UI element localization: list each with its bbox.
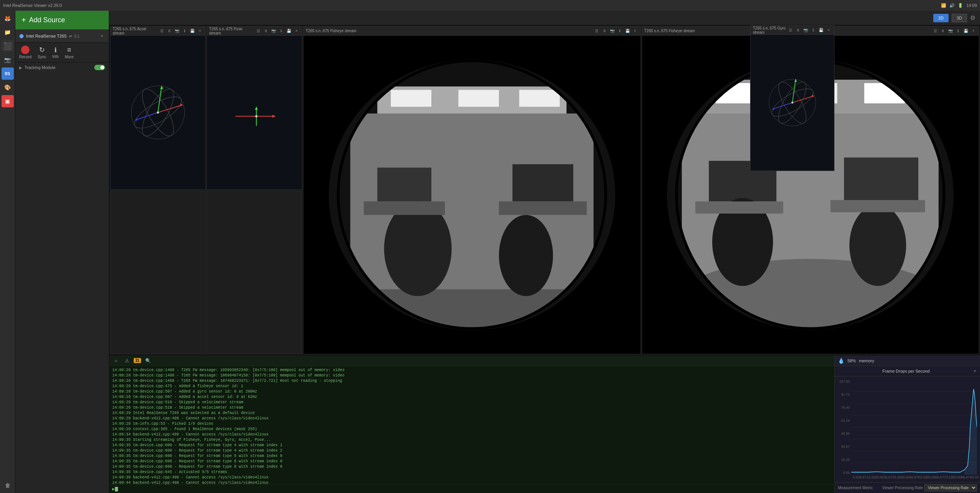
fisheye2-camera-btn[interactable]: 📷 [947, 28, 954, 34]
sync-button[interactable]: ↻ Sync [38, 46, 46, 59]
tracking-toggle[interactable] [94, 65, 105, 70]
gyro-list-btn[interactable]: ☰ [787, 27, 793, 33]
console-search-btn[interactable]: 🔍 [144, 357, 152, 365]
console-log[interactable]: 14:09:29 tm-device.cpp:1408 - T265 FW me… [109, 366, 834, 485]
taskbar-firefox[interactable]: 🦊 [2, 12, 14, 25]
pose-save-btn[interactable]: 💾 [286, 28, 292, 34]
pose-list-btn[interactable]: ☰ [255, 28, 261, 34]
device-usb: 3.1 [74, 34, 80, 38]
accel-save-btn[interactable]: 💾 [189, 28, 195, 34]
fisheye1-stream-controls: ☰ ⏸ 📷 ℹ 💾 × [594, 28, 638, 34]
measurement-metric-label: Measurement Metric [838, 486, 873, 490]
taskbar-terminal[interactable]: ⬛ [2, 40, 14, 52]
x-axis-label: 73.33 [944, 475, 953, 479]
pose-camera-btn[interactable]: 📷 [270, 28, 277, 34]
fisheye1-close-btn[interactable]: × [632, 28, 638, 34]
log-line: 14:09:29 tm-device.cpp:475 - Added a fis… [112, 384, 831, 389]
taskbar-red-app[interactable]: ▣ [2, 95, 14, 107]
record-button[interactable]: Record [19, 46, 31, 59]
memory-label: memory [859, 358, 874, 363]
accel-stream-panel: T265 s.n..675 Accel stream ☰ ⏸ 📷 ℹ 💾 × [110, 26, 206, 190]
log-line: 14:09:29 tm-device.cpp:1408 - T265 FW me… [112, 368, 831, 373]
device-close[interactable]: × [99, 33, 105, 39]
accel-info-btn[interactable]: ℹ [182, 28, 188, 34]
fisheye2-pause-btn[interactable]: ⏸ [940, 28, 946, 34]
tracking-module[interactable]: ▶ Tracking Module [15, 62, 109, 72]
metric-select[interactable]: Viewer Processing Rate [924, 484, 977, 491]
accel-pause-btn[interactable]: ⏸ [166, 28, 172, 34]
more-icon: ≡ [67, 46, 71, 54]
accel-close-btn[interactable]: × [197, 28, 203, 34]
info-icon: ℹ [54, 46, 57, 54]
log-line: 14:09:35 tm-device.cpp:600 - Request for… [112, 454, 831, 459]
device-icon: ⬢ [19, 33, 24, 39]
fisheye2-close-btn[interactable]: × [970, 28, 977, 34]
fisheye1-save-btn[interactable]: 💾 [624, 28, 631, 34]
svg-rect-27 [513, 164, 574, 202]
log-line: 14:09:35 tm-device.cpp:600 - Request for… [112, 448, 831, 454]
fisheye1-pause-btn[interactable]: ⏸ [601, 28, 608, 34]
taskbar-paint[interactable]: 🎨 [2, 81, 14, 94]
fisheye1-camera-btn[interactable]: 📷 [609, 28, 615, 34]
pose-close-btn[interactable]: × [293, 28, 300, 34]
log-line: 14:09:29 backend-v412.cpp:498 - Cannot a… [112, 416, 831, 421]
fisheye2-save-btn[interactable]: 💾 [963, 28, 969, 34]
device-header-left: ⬢ Intel RealSense T265 ⇌ 3.1 [19, 33, 80, 39]
taskbar-realsense[interactable]: RS [2, 67, 14, 80]
gyro-close-btn[interactable]: × [826, 27, 832, 33]
gyro-save-btn[interactable]: 💾 [818, 27, 824, 33]
fisheye2-list-btn[interactable]: ☰ [932, 28, 938, 34]
gyro-camera-btn[interactable]: 📷 [803, 27, 809, 33]
console-clear-btn[interactable]: ○ [112, 357, 120, 365]
titlebar-left: Intel RealSense Viewer v2.39.0 [3, 3, 62, 8]
add-source-button[interactable]: + Add Source [15, 11, 109, 30]
app-title: Intel RealSense Viewer v2.39.0 [3, 3, 62, 8]
console-cursor [115, 487, 118, 491]
taskbar-trash[interactable]: 🗑 [2, 479, 14, 491]
log-line: 14:09:35 tm-device.cpp:645 - Activated 5… [112, 470, 831, 475]
settings-icon[interactable]: ⚙ [970, 14, 975, 21]
chart-area: 107.0091.7176.4361.1445.8630.5715.290.00 [835, 376, 980, 482]
log-line: 14:09:29 tm-device.cpp:510 - Skipped a v… [112, 400, 831, 405]
gyro-info-btn[interactable]: ℹ [810, 27, 816, 33]
svg-rect-40 [844, 158, 918, 202]
taskbar-camera[interactable]: 📷 [2, 54, 14, 66]
gyro-pause-btn[interactable]: ⏸ [795, 27, 801, 33]
accel2-stream-panel [110, 191, 206, 354]
chart-panel: 💧 58% memory Frame Drops per Second × 10… [834, 355, 980, 493]
taskbar-files[interactable]: 📁 [2, 26, 14, 38]
info-button[interactable]: ℹ Info [52, 46, 59, 59]
log-line: 14:09:34 backend-v412.cpp:498 - Cannot a… [112, 432, 831, 437]
sidebar: + Add Source ⬢ Intel RealSense T265 ⇌ 3.… [15, 11, 109, 493]
pose-pause-btn[interactable]: ⏸ [263, 28, 269, 34]
fisheye2-stream-controls: ☰ ⏸ 📷 ℹ 💾 × [932, 28, 977, 34]
x-axis-label: 60.00 [927, 475, 936, 479]
y-axis-label: 0.00 [843, 471, 850, 475]
y-axis-label: 61.14 [841, 419, 850, 422]
x-axis-label: 26.67 [883, 475, 892, 479]
log-line: 14:09:35 tm-device.cpp:600 - Request for… [112, 464, 831, 470]
svg-point-42 [850, 205, 906, 286]
accel-camera-btn[interactable]: 📷 [174, 28, 180, 34]
log-line: 14:09:29 tm-device.cpp:1408 - T265 FW me… [112, 373, 831, 378]
pose-stream-header: T265 s.n..675 Pose stream ☰ ⏸ 📷 ℹ 💾 × [207, 26, 302, 36]
accel-stream-header: T265 s.n..675 Accel stream ☰ ⏸ 📷 ℹ 💾 × [110, 26, 205, 36]
btn-3d[interactable]: 3D [952, 14, 967, 22]
pose-info-btn[interactable]: ℹ [278, 28, 284, 34]
chart-close-btn[interactable]: × [973, 368, 976, 374]
droplet-icon: 💧 [838, 358, 844, 364]
fisheye1-list-btn[interactable]: ☰ [594, 28, 600, 34]
more-button[interactable]: ≡ More [65, 46, 74, 59]
y-axis-label: 45.86 [841, 432, 850, 435]
x-axis-label: 93.33 [970, 475, 978, 479]
svg-point-24 [384, 202, 451, 296]
svg-line-50 [792, 96, 814, 103]
fisheye2-info-btn[interactable]: ℹ [955, 28, 961, 34]
console-warning-btn[interactable]: ⚠ [123, 357, 131, 365]
accel-list-btn[interactable]: ☰ [159, 28, 165, 34]
fisheye1-info-btn[interactable]: ℹ [617, 28, 623, 34]
btn-2d[interactable]: 2D [933, 14, 949, 22]
svg-point-10 [157, 112, 159, 114]
top-toolbar: 2D 3D ⚙ [109, 11, 980, 25]
log-line: 14:09:35 tm-device.cpp:600 - Request for… [112, 443, 831, 448]
